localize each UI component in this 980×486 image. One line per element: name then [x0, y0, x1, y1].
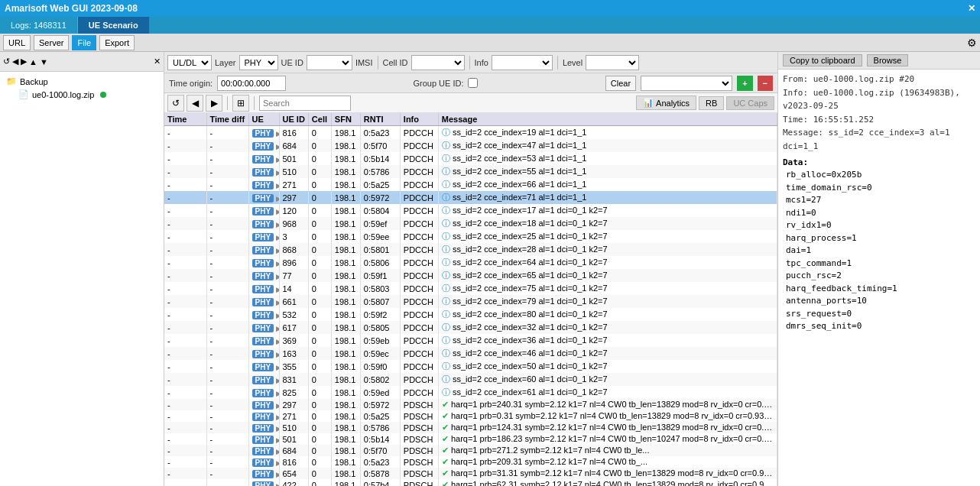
table-row[interactable]: - - PHY ▶ 684 0 198.1 0:5f70 PDCCH ⓘ ss_…	[164, 139, 777, 152]
add-button[interactable]: +	[737, 76, 752, 91]
cell-message: ✔ harq=1 prb=31.31 symb=2.12 k1=7 nl=4 C…	[438, 468, 777, 479]
settings-icon[interactable]: ⚙	[967, 37, 977, 49]
file-nav-btn[interactable]: File	[72, 35, 96, 50]
cell-ueid: 510	[279, 165, 308, 178]
cell-timediff: -	[206, 468, 248, 479]
close-icon[interactable]: ✕	[968, 3, 975, 14]
cell-infotype: PDSCH	[400, 445, 438, 456]
col-ue: UE	[248, 113, 279, 126]
prev-icon[interactable]: ◀	[187, 95, 203, 112]
info-select[interactable]	[492, 55, 553, 70]
info-circle-icon: ⓘ	[442, 180, 450, 189]
toolbar-sep	[227, 96, 228, 110]
group-ueid-label: Group UE ID:	[413, 79, 463, 88]
copy-clipboard-button[interactable]: Copy to clipboard	[783, 54, 862, 66]
table-row[interactable]: - - PHY ▶ 77 0 198.1 0:59f1 PDCCH ⓘ ss_i…	[164, 269, 777, 282]
rb-button[interactable]: RB	[699, 96, 724, 110]
cell-cell: 0	[308, 139, 331, 152]
folder-backup[interactable]: 📁 Backup	[3, 75, 161, 88]
cell-infotype: PDSCH	[400, 422, 438, 433]
table-row[interactable]: - - PHY ▶ 896 0 198.1 0:5806 PDCCH ⓘ ss_…	[164, 256, 777, 269]
cell-rnti: 0:5807	[360, 295, 400, 308]
table-row[interactable]: - - PHY ▶ 825 0 198.1 0:59ed PDCCH ⓘ ss_…	[164, 386, 777, 399]
table-row[interactable]: - - PHY ▶ 816 0 198.1 0:5a23 PDSCH ✔ har…	[164, 456, 777, 468]
nav-fwd-icon[interactable]: ▶	[21, 57, 27, 66]
nav-back-icon[interactable]: ◀	[12, 57, 18, 66]
cell-ueid: 532	[279, 308, 308, 321]
search-input[interactable]	[259, 96, 351, 111]
table-row[interactable]: - - PHY ▶ 968 0 198.1 0:59ef PDCCH ⓘ ss_…	[164, 217, 777, 230]
table-row[interactable]: - - PHY ▶ 369 0 198.1 0:59eb PDCCH ⓘ ss_…	[164, 334, 777, 347]
table-row[interactable]: - - PHY ▶ 297 0 198.1 0:5972 PDSCH ✔ har…	[164, 399, 777, 410]
info-circle-icon: ⓘ	[442, 271, 450, 280]
table-row[interactable]: - - PHY ▶ 501 0 198.1 0:5b14 PDCCH ⓘ ss_…	[164, 152, 777, 165]
clear-button[interactable]: Clear	[605, 76, 636, 91]
tab-ue-scenario[interactable]: UE Scenario	[78, 17, 150, 34]
refresh-log-icon[interactable]: ↺	[167, 95, 184, 112]
table-row[interactable]: - - PHY ▶ 661 0 198.1 0:5807 PDCCH ⓘ ss_…	[164, 295, 777, 308]
phy-badge: PHY	[252, 181, 274, 190]
cell-cell: 0	[308, 230, 331, 243]
ueid-select[interactable]	[307, 55, 352, 70]
file-log[interactable]: 📄 ue0-1000.log.zip	[3, 88, 161, 101]
ue-arrow: ▶	[276, 325, 279, 332]
cell-rnti: 0:5802	[360, 373, 400, 386]
table-row[interactable]: - - PHY ▶ 422 0 198.1 0:57b4 PDSCH ✔ har…	[164, 479, 777, 486]
cell-time: -	[164, 139, 206, 152]
table-row[interactable]: - - PHY ▶ 3 0 198.1 0:59ee PDCCH ⓘ ss_id…	[164, 230, 777, 243]
server-nav-btn[interactable]: Server	[34, 35, 69, 50]
extra-select[interactable]	[641, 76, 732, 91]
table-row[interactable]: - - PHY ▶ 532 0 198.1 0:59f2 PDCCH ⓘ ss_…	[164, 308, 777, 321]
info-circle-icon: ⓘ	[442, 219, 450, 228]
cell-message: ⓘ ss_id=2 cce_index=80 al=1 dci=0_1 k2=7	[438, 308, 777, 321]
group-ueid-checkbox[interactable]	[468, 78, 478, 88]
table-row[interactable]: - - PHY ▶ 831 0 198.1 0:5802 PDCCH ⓘ ss_…	[164, 373, 777, 386]
time-origin-input[interactable]	[217, 76, 286, 91]
cell-ue: PHY ▶	[248, 308, 279, 321]
table-row[interactable]: - - PHY ▶ 271 0 198.1 0:5a25 PDSCH ✔ har…	[164, 410, 777, 422]
nav-down-icon[interactable]: ▼	[40, 57, 48, 66]
cell-sfn: 198.1	[331, 191, 360, 204]
cell-infotype: PDCCH	[400, 269, 438, 282]
table-row[interactable]: - - PHY ▶ 684 0 198.1 0:5f70 PDSCH ✔ har…	[164, 445, 777, 456]
table-row[interactable]: - - PHY ▶ 654 0 198.1 0:5878 PDSCH ✔ har…	[164, 468, 777, 479]
col-timediff: Time diff	[206, 113, 248, 126]
table-row[interactable]: - - PHY ▶ 816 0 198.1 0:5a23 PDCCH ⓘ ss_…	[164, 126, 777, 140]
phy-badge: PHY	[252, 413, 274, 421]
table-row[interactable]: - - PHY ▶ 501 0 198.1 0:5b14 PDSCH ✔ har…	[164, 433, 777, 445]
next-icon[interactable]: ▶	[206, 95, 222, 112]
url-nav-btn[interactable]: URL	[3, 35, 31, 50]
level-select[interactable]	[586, 55, 639, 70]
table-row[interactable]: - - PHY ▶ 355 0 198.1 0:59f0 PDCCH ⓘ ss_…	[164, 360, 777, 373]
mode-select[interactable]: UL/DLULDL	[167, 55, 212, 70]
table-row[interactable]: - - PHY ▶ 120 0 198.1 0:5804 PDCCH ⓘ ss_…	[164, 204, 777, 217]
nav-up-icon[interactable]: ▲	[29, 57, 37, 66]
table-row[interactable]: - - PHY ▶ 868 0 198.1 0:5801 PDCCH ⓘ ss_…	[164, 243, 777, 256]
table-row[interactable]: - - PHY ▶ 510 0 198.1 0:5786 PDSCH ✔ har…	[164, 422, 777, 433]
layer-select[interactable]: PHYMACRLC	[239, 55, 278, 70]
table-row[interactable]: - - PHY ▶ 14 0 198.1 0:5803 PDCCH ⓘ ss_i…	[164, 282, 777, 295]
log-table: Time Time diff UE UE ID Cell SFN RNTI In…	[164, 113, 777, 486]
refresh-icon[interactable]: ↺	[3, 57, 10, 66]
table-row[interactable]: - - PHY ▶ 617 0 198.1 0:5805 PDCCH ⓘ ss_…	[164, 321, 777, 334]
remove-button[interactable]: −	[758, 76, 773, 91]
grid-icon[interactable]: ⊞	[232, 95, 249, 112]
table-row[interactable]: - - PHY ▶ 271 0 198.1 0:5a25 PDCCH ⓘ ss_…	[164, 178, 777, 191]
cell-timediff: -	[206, 178, 248, 191]
table-row[interactable]: - - PHY ▶ 297 0 198.1 0:5972 PDCCH ⓘ ss_…	[164, 191, 777, 204]
ue-arrow: ▶	[276, 351, 279, 358]
analytics-button[interactable]: 📊 Analytics	[636, 96, 696, 110]
table-row[interactable]: - - PHY ▶ 163 0 198.1 0:59ec PDCCH ⓘ ss_…	[164, 347, 777, 360]
cell-infotype: PDCCH	[400, 282, 438, 295]
close-sidebar-icon[interactable]: ✕	[154, 57, 161, 66]
tab-logs[interactable]: Logs: 1468311	[0, 17, 78, 34]
cell-rnti: 0:59eb	[360, 334, 400, 347]
cellid-select[interactable]	[411, 55, 465, 70]
export-nav-btn[interactable]: Export	[99, 35, 135, 50]
rp-data-field: time_domain_rsc=0	[786, 182, 975, 195]
browse-button[interactable]: Browse	[867, 54, 909, 66]
table-row[interactable]: - - PHY ▶ 510 0 198.1 0:5786 PDCCH ⓘ ss_…	[164, 165, 777, 178]
uc-button[interactable]: UC Caps	[726, 96, 774, 110]
phy-badge: PHY	[252, 155, 274, 164]
cellid-label: Cell ID	[383, 58, 408, 67]
